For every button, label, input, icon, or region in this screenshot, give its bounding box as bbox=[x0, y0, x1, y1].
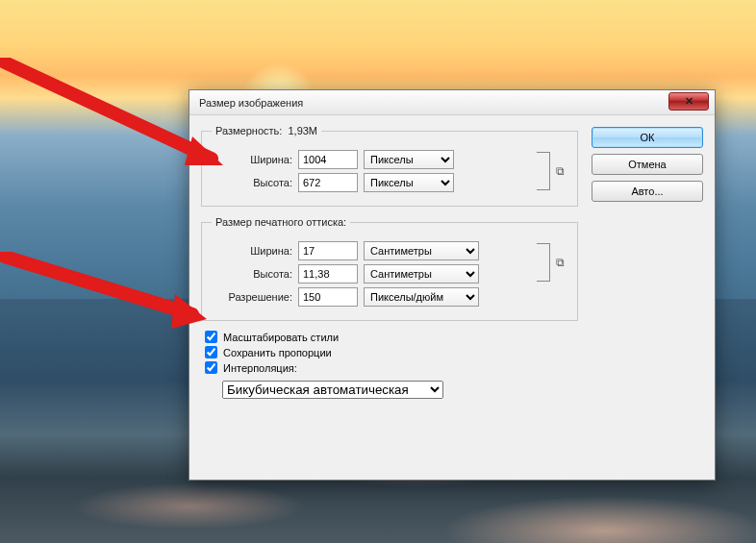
print-height-unit-select[interactable]: Сантиметры bbox=[364, 264, 479, 284]
interpolation-select[interactable]: Бикубическая автоматическая bbox=[222, 381, 443, 399]
height-label: Высота: bbox=[212, 177, 292, 188]
close-icon: ✕ bbox=[685, 95, 693, 108]
print-width-input[interactable] bbox=[298, 241, 358, 260]
width-input[interactable] bbox=[298, 150, 358, 169]
cancel-button[interactable]: Отмена bbox=[592, 154, 703, 175]
resolution-unit-select[interactable]: Пикселы/дюйм bbox=[364, 287, 479, 307]
height-input[interactable] bbox=[298, 173, 358, 192]
print-size-legend: Размер печатного оттиска: bbox=[212, 216, 350, 228]
image-size-dialog: Размер изображения ✕ Размерность: 1,93M … bbox=[189, 89, 716, 481]
resolution-input[interactable] bbox=[298, 287, 358, 307]
link-print: ⧉ bbox=[537, 243, 567, 282]
scale-styles-checkbox[interactable] bbox=[205, 331, 217, 343]
width-unit-select[interactable]: Пикселы bbox=[364, 150, 454, 169]
dialog-titlebar: Размер изображения ✕ bbox=[189, 90, 715, 115]
constrain-proportions-label: Сохранить пропорции bbox=[223, 347, 332, 358]
height-unit-select[interactable]: Пикселы bbox=[364, 173, 454, 192]
pixel-dimensions-legend: Размерность: 1,93M bbox=[212, 125, 321, 136]
dialog-title: Размер изображения bbox=[199, 97, 303, 109]
link-icon[interactable]: ⧉ bbox=[552, 163, 567, 179]
constrain-proportions-checkbox[interactable] bbox=[205, 346, 217, 358]
link-icon[interactable]: ⧉ bbox=[552, 255, 567, 270]
close-button[interactable]: ✕ bbox=[668, 92, 709, 111]
print-height-input[interactable] bbox=[298, 264, 358, 284]
auto-button[interactable]: Авто... bbox=[592, 181, 703, 202]
resolution-label: Разрешение: bbox=[212, 291, 292, 303]
print-width-label: Ширина: bbox=[212, 245, 292, 257]
scale-styles-label: Масштабировать стили bbox=[223, 332, 339, 343]
print-size-group: Размер печатного оттиска: Ширина: Сантим… bbox=[201, 216, 578, 321]
file-size: 1,93M bbox=[288, 125, 317, 136]
ok-button[interactable]: ОК bbox=[592, 127, 703, 148]
print-height-label: Высота: bbox=[212, 268, 292, 280]
link-dimensions: ⧉ bbox=[537, 146, 567, 196]
width-label: Ширина: bbox=[212, 154, 292, 165]
pixel-dimensions-group: Размерность: 1,93M Ширина: Пикселы Высот… bbox=[201, 125, 578, 207]
interpolation-checkbox[interactable] bbox=[205, 361, 217, 374]
interpolation-label: Интерполяция: bbox=[223, 362, 297, 374]
print-width-unit-select[interactable]: Сантиметры bbox=[364, 241, 479, 260]
